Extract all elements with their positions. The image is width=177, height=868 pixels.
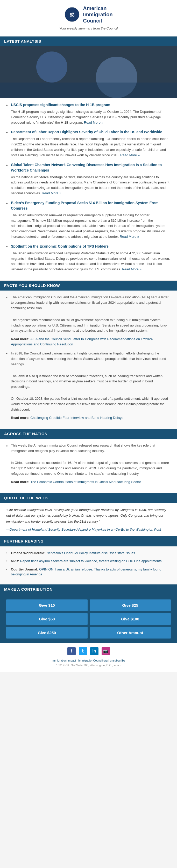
instagram-icon[interactable]: 📷: [102, 647, 110, 655]
give-25-button[interactable]: Give $25: [90, 599, 171, 611]
svg-text:⚖: ⚖: [70, 11, 75, 18]
email-header: ⚖ American Immigration Council Your week…: [0, 0, 177, 36]
article-item-3: Global Talent Chamber Network Convening …: [6, 162, 171, 196]
article-title-4[interactable]: Biden's Emergency Funding Proposal Seeks…: [11, 200, 171, 211]
email-footer: f 𝕥 in 📷 Immigration Impact | Immigratio…: [0, 643, 177, 672]
facts-header: FACTS YOU SHOULD KNOW: [0, 281, 177, 291]
across-nation-section: This week, the American Immigration Coun…: [0, 439, 177, 493]
article-item-2: Department of Labor Report Highlights Se…: [6, 129, 171, 158]
fact-body-2b: The lawsuit also questioned the lack of …: [11, 374, 171, 390]
article-item-5: Spotlight on the Economic Contributions …: [6, 244, 171, 272]
contribution-header: MAKE A CONTRIBUTION: [0, 584, 177, 594]
article-body-2: The Department of Labor recently release…: [11, 136, 171, 158]
read-more-5[interactable]: Read More »: [122, 267, 142, 271]
fact-body-1a: The American Immigration Council and the…: [11, 295, 171, 311]
article-item-4: Biden's Emergency Funding Proposal Seeks…: [6, 200, 171, 240]
fact-body-2c: On October 18, 2023, the parties filed a…: [11, 396, 171, 412]
facebook-icon[interactable]: f: [67, 647, 76, 655]
article-body-5: The Biden administration extended Tempor…: [11, 251, 171, 272]
across-readmore-1: Read more: The Economic Contributions of…: [11, 479, 171, 485]
across-body-1b: In Ohio, manufacturers accounted for 16.…: [11, 460, 171, 476]
further-item-2: NPR: Report finds asylum seekers are sub…: [6, 559, 171, 564]
other-amount-button[interactable]: Other Amount: [90, 627, 171, 639]
svg-rect-2: [0, 46, 177, 98]
footer-council-link[interactable]: ImmigrationCouncil.org: [78, 659, 107, 662]
quote-attribution: —Department of Homeland Security Secreta…: [6, 527, 171, 532]
read-more-2[interactable]: Read More »: [120, 153, 140, 157]
fact-readmore-label-1: Read more:: [11, 337, 30, 341]
article-body-1: The H-1B program may undergo significant…: [11, 109, 171, 125]
quote-text: "Our national immigration laws, having l…: [6, 507, 171, 524]
further-item-1: Omaha World-Herald: Nebraska's OpenSky P…: [6, 551, 171, 556]
social-icons: f 𝕥 in 📷: [6, 647, 171, 655]
read-more-3[interactable]: Read More »: [42, 191, 61, 195]
hero-svg: [0, 46, 177, 98]
footer-line-2: 1331 G St. NW Suite 200, Washington, D.C…: [6, 663, 171, 668]
logo-icon: ⚖: [64, 7, 80, 22]
article-title-3[interactable]: Global Talent Chamber Network Convening …: [11, 162, 171, 173]
give-250-button[interactable]: Give $250: [6, 627, 87, 639]
fact-item-1: The American Immigration Council and the…: [6, 295, 171, 347]
quote-header: QUOTE OF THE WEEK: [0, 493, 177, 503]
across-readmore-label-1: Read more:: [11, 480, 30, 484]
logo-line1: American: [83, 5, 112, 11]
footer-unsubscribe-link[interactable]: unsubscribe: [110, 659, 125, 662]
article-title-1[interactable]: USCIS proposes significant changes to th…: [11, 102, 171, 107]
fact-readmore-link-2[interactable]: Challenging Credible Fear Interview and …: [30, 416, 123, 420]
svg-rect-5: [0, 88, 177, 98]
article-title-2[interactable]: Department of Labor Report Highlights Se…: [11, 129, 171, 135]
svg-point-3: [18, 78, 59, 98]
further-source-1: Omaha World-Herald:: [11, 551, 46, 555]
further-item-3: Courtier Journal: OPINION: I am a Ukrain…: [6, 567, 171, 577]
across-readmore-link-1[interactable]: The Economic Contributions of Immigrants…: [30, 480, 141, 484]
further-source-3: Courtier Journal:: [11, 567, 39, 571]
logo-container: ⚖ American Immigration Council: [8, 5, 169, 24]
fact-body-2a: In 2018, the Council joined various immi…: [11, 351, 171, 367]
further-reading-list: Omaha World-Herald: Nebraska's OpenSky P…: [6, 551, 171, 577]
latest-analysis-section: USCIS proposes significant changes to th…: [0, 98, 177, 280]
logo-line2: Immigration: [83, 11, 112, 18]
give-10-button[interactable]: Give $10: [6, 599, 87, 611]
further-reading-header: FURTHER READING: [0, 536, 177, 547]
quote-section: "Our national immigration laws, having l…: [0, 503, 177, 536]
contribution-grid: Give $10 Give $25 Give $50 Give $100 Giv…: [6, 599, 171, 639]
latest-analysis-list: USCIS proposes significant changes to th…: [6, 102, 171, 272]
further-reading-section: Omaha World-Herald: Nebraska's OpenSky P…: [0, 547, 177, 584]
fact-readmore-1: Read more: AILA and the Council Send Let…: [11, 337, 171, 347]
give-50-button[interactable]: Give $50: [6, 613, 87, 625]
hero-image: [0, 46, 177, 98]
fact-readmore-label-2: Read more:: [11, 416, 30, 420]
give-100-button[interactable]: Give $100: [90, 613, 171, 625]
further-source-2: NPR:: [11, 559, 20, 563]
logo-text: American Immigration Council: [83, 5, 112, 24]
further-link-1[interactable]: Nebraska's OpenSky Policy Institute disc…: [46, 551, 135, 555]
read-more-1[interactable]: Read More »: [84, 121, 103, 124]
across-body-1a: This week, the American Immigration Coun…: [11, 443, 171, 454]
article-title-5[interactable]: Spotlight on the Economic Contributions …: [11, 244, 171, 249]
article-body-4: The Biden administration renewed its req…: [11, 213, 171, 240]
linkedin-icon[interactable]: in: [90, 647, 99, 655]
svg-point-4: [73, 78, 135, 98]
across-item-1: This week, the American Immigration Coun…: [6, 443, 171, 484]
tagline: Your weekly summary from the Council: [8, 26, 169, 31]
fact-item-2: In 2018, the Council joined various immi…: [6, 351, 171, 421]
quote-attribution-link[interactable]: —Department of Homeland Security Secreta…: [6, 528, 161, 531]
contribution-section: Give $10 Give $25 Give $50 Give $100 Giv…: [0, 594, 177, 643]
facts-list: The American Immigration Council and the…: [6, 295, 171, 420]
latest-analysis-header: LATEST ANALYSIS: [0, 36, 177, 46]
across-nation-list: This week, the American Immigration Coun…: [6, 443, 171, 484]
read-more-4[interactable]: Read More »: [120, 235, 139, 239]
fact-body-1b: The organizations recommended an "all of…: [11, 317, 171, 334]
across-nation-header: ACROSS THE NATION: [0, 429, 177, 439]
fact-readmore-2: Read more: Challenging Credible Fear Int…: [11, 415, 171, 421]
logo-line3: Council: [83, 18, 112, 24]
footer-line-1: Immigration Impact | ImmigrationCouncil.…: [6, 658, 171, 663]
article-item-1: USCIS proposes significant changes to th…: [6, 102, 171, 125]
twitter-icon[interactable]: 𝕥: [79, 647, 87, 655]
fact-readmore-link-1[interactable]: AILA and the Council Send Letter to Cong…: [11, 337, 153, 346]
email-wrapper: ⚖ American Immigration Council Your week…: [0, 0, 177, 672]
footer-text: Immigration Impact | ImmigrationCouncil.…: [6, 658, 171, 668]
footer-impact-link[interactable]: Immigration Impact: [52, 659, 76, 662]
further-link-2[interactable]: Report finds asylum seekers are subject …: [20, 559, 161, 563]
facts-section: The American Immigration Council and the…: [0, 290, 177, 428]
